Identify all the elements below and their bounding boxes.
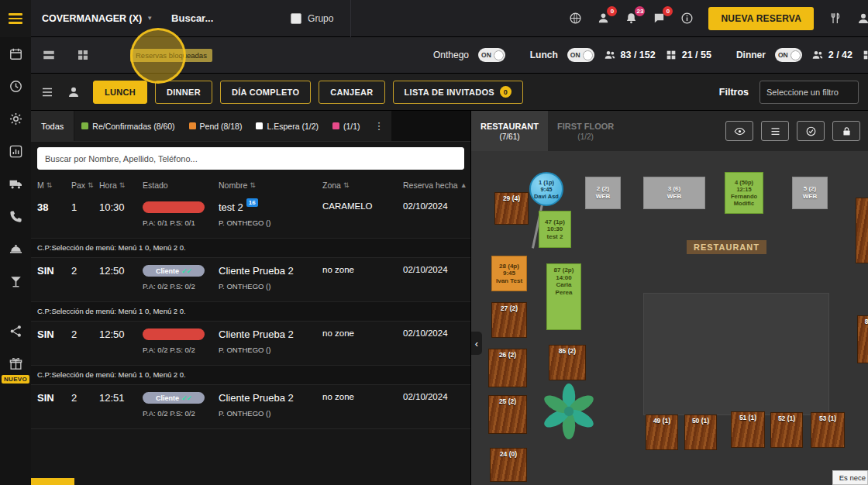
res-pax: 2 bbox=[71, 328, 99, 340]
tab-restaurant[interactable]: RESTAURANT(7/61) bbox=[471, 111, 548, 151]
delivery-truck-icon[interactable] bbox=[0, 167, 31, 200]
dinner-service-button[interactable]: DINNER bbox=[155, 81, 212, 104]
table-edge-partial[interactable] bbox=[856, 198, 868, 263]
tab-other[interactable]: (1/1) bbox=[326, 111, 367, 141]
status-pill[interactable] bbox=[143, 328, 205, 340]
table-53[interactable]: 53 (1) bbox=[811, 412, 845, 448]
reservation-group: SIN 2 12:50 Cliente✓✓P.A: 0/2 P.S: 0/2 C… bbox=[31, 258, 470, 322]
table-51[interactable]: 51 (1) bbox=[731, 411, 765, 448]
res-canal: P. ONTHEGO () bbox=[219, 409, 270, 418]
user-icon[interactable]: 0 bbox=[597, 12, 610, 25]
lunch-toggle[interactable]: ON bbox=[567, 48, 594, 62]
bottom-yellow-button-partial[interactable] bbox=[31, 478, 74, 485]
table-26[interactable]: 26 (2) bbox=[488, 349, 527, 387]
res-pa: P.A: 0/2 P.S: 0/2 bbox=[143, 346, 195, 354]
table-3[interactable]: 3 (6) WEB bbox=[643, 177, 705, 209]
tab-waitlist[interactable]: L.Espera (1/2) bbox=[249, 111, 326, 141]
grid-view-icon[interactable] bbox=[76, 48, 90, 62]
brand-menu[interactable]: COVERMANAGER (X) ▼ bbox=[31, 13, 164, 24]
calendar-icon[interactable] bbox=[0, 37, 31, 70]
user-icon-partial[interactable] bbox=[856, 12, 868, 26]
table-47[interactable]: 47 (1p) 10:30 test 2 bbox=[539, 211, 571, 248]
table-5[interactable]: 5 (2) WEB bbox=[792, 177, 828, 209]
tab-first-floor[interactable]: FIRST FLOOR(1/2) bbox=[548, 111, 623, 151]
table-50[interactable]: 50 (1) bbox=[684, 414, 717, 450]
host-icon[interactable] bbox=[67, 85, 81, 99]
tab-confirmed[interactable]: Re/Confirmadas (8/60) bbox=[74, 111, 181, 141]
table-87[interactable]: 87 (2p) 14:00 Carla Perea bbox=[546, 263, 581, 330]
check-circle-icon[interactable] bbox=[797, 121, 825, 141]
table-4[interactable]: 4 (50p) 12:15 Fernando Modific bbox=[725, 172, 763, 214]
toggle-knob bbox=[494, 50, 504, 60]
cloche-icon[interactable] bbox=[0, 232, 31, 265]
list-icon[interactable] bbox=[761, 121, 789, 141]
col-header-hora[interactable]: Hora⇅ bbox=[99, 181, 143, 190]
gear-icon[interactable] bbox=[0, 102, 31, 135]
res-pax: 2 bbox=[71, 265, 99, 277]
bell-icon[interactable]: 23 bbox=[625, 12, 638, 25]
clock-icon[interactable] bbox=[0, 70, 31, 102]
canjear-button[interactable]: CANJEAR bbox=[319, 81, 384, 104]
table-24[interactable]: 24 (0) bbox=[490, 448, 527, 482]
col-header-nombre[interactable]: Nombre⇅ bbox=[219, 181, 322, 190]
table-2[interactable]: 2 (2) WEB bbox=[585, 177, 621, 209]
list-view-icon[interactable] bbox=[40, 85, 54, 99]
table-28[interactable]: 28 (4p) 9:45 Ivan Test bbox=[491, 256, 527, 291]
status-pill[interactable]: Cliente✓✓ bbox=[143, 265, 205, 277]
table-edge-partial[interactable]: 8 bbox=[857, 315, 868, 363]
col-header-fecha[interactable]: Reserva hecha▲ bbox=[403, 181, 470, 190]
kebab-menu-icon[interactable]: ⋮ bbox=[367, 120, 391, 132]
col-header-estado[interactable]: Estado bbox=[143, 181, 219, 190]
hamburger-menu-icon[interactable] bbox=[0, 0, 31, 37]
reservation-row[interactable]: SIN 2 12:50 Cliente✓✓P.A: 0/2 P.S: 0/2 C… bbox=[31, 258, 470, 301]
reservation-group: SIN 2 12:50 P.A: 0/2 P.S: 0/2 Cliente Pr… bbox=[31, 322, 470, 385]
guest-list-button[interactable]: LISTA DE INVITADOS0 bbox=[393, 81, 523, 104]
filter-select[interactable] bbox=[760, 81, 859, 104]
sort-icon: ⇅ bbox=[119, 181, 126, 189]
count-badge: 16 bbox=[246, 198, 258, 207]
reservation-row[interactable]: 38 1 10:30 P.A: 0/1 P.S: 0/1 test 216P. … bbox=[31, 194, 470, 238]
blocked-reservations-button[interactable]: Reservas bloqueadas bbox=[130, 49, 212, 62]
col-header-m[interactable]: M⇅ bbox=[37, 181, 71, 190]
res-pax: 2 bbox=[71, 392, 99, 404]
table-85[interactable]: 85 (2) bbox=[549, 345, 586, 380]
lunch-service-button[interactable]: LUNCH bbox=[93, 81, 147, 104]
share-icon[interactable] bbox=[0, 315, 31, 347]
eye-icon[interactable] bbox=[725, 121, 753, 141]
phone-icon[interactable] bbox=[0, 200, 31, 232]
reservation-search-input[interactable] bbox=[37, 147, 464, 170]
new-reservation-button[interactable]: NUEVA RESERVA bbox=[708, 7, 814, 30]
cocktail-icon[interactable] bbox=[0, 265, 31, 298]
table-27[interactable]: 27 (2) bbox=[491, 302, 527, 338]
floor-view-icon[interactable] bbox=[42, 48, 56, 62]
global-search-input[interactable] bbox=[171, 12, 264, 24]
info-icon[interactable] bbox=[680, 12, 694, 25]
table-1[interactable]: 1 (1p) 9:45 Davi Asd bbox=[529, 172, 563, 206]
reservation-row[interactable]: SIN 2 12:50 P.A: 0/2 P.S: 0/2 Cliente Pr… bbox=[31, 322, 470, 365]
table-29[interactable]: 29 (4) bbox=[494, 192, 529, 225]
chart-icon[interactable] bbox=[0, 135, 31, 167]
collapse-panel-chevron[interactable]: ‹ bbox=[471, 332, 482, 355]
table-49[interactable]: 49 (1) bbox=[646, 414, 678, 450]
col-header-pax[interactable]: Pax⇅ bbox=[71, 181, 99, 190]
status-pill[interactable] bbox=[143, 201, 205, 213]
sort-asc-icon: ▲ bbox=[460, 181, 467, 189]
full-day-button[interactable]: DÍA COMPLETO bbox=[220, 81, 311, 104]
tab-todas[interactable]: Todas bbox=[31, 111, 74, 141]
chat-icon[interactable]: 0 bbox=[653, 12, 666, 25]
grupo-checkbox[interactable] bbox=[291, 13, 301, 24]
table-25[interactable]: 25 (2) bbox=[488, 395, 527, 434]
utensils-icon[interactable] bbox=[828, 12, 842, 25]
table-52[interactable]: 52 (1) bbox=[770, 412, 803, 448]
globe-icon[interactable] bbox=[569, 12, 582, 25]
status-pill[interactable]: Cliente✓✓ bbox=[143, 392, 205, 404]
reservation-group: 38 1 10:30 P.A: 0/1 P.S: 0/1 test 216P. … bbox=[31, 194, 470, 258]
dinner-toggle[interactable]: ON bbox=[775, 48, 802, 62]
tab-pending[interactable]: Pend (8/18) bbox=[182, 111, 250, 141]
onthego-toggle[interactable]: ON bbox=[478, 48, 505, 62]
reservation-row[interactable]: SIN 2 12:51 Cliente✓✓P.A: 0/2 P.S: 0/2 C… bbox=[31, 385, 470, 428]
lock-icon[interactable] bbox=[832, 121, 860, 141]
bar-block bbox=[643, 293, 829, 415]
floor-toolbar bbox=[725, 111, 868, 151]
col-header-zona[interactable]: Zona⇅ bbox=[322, 181, 403, 190]
